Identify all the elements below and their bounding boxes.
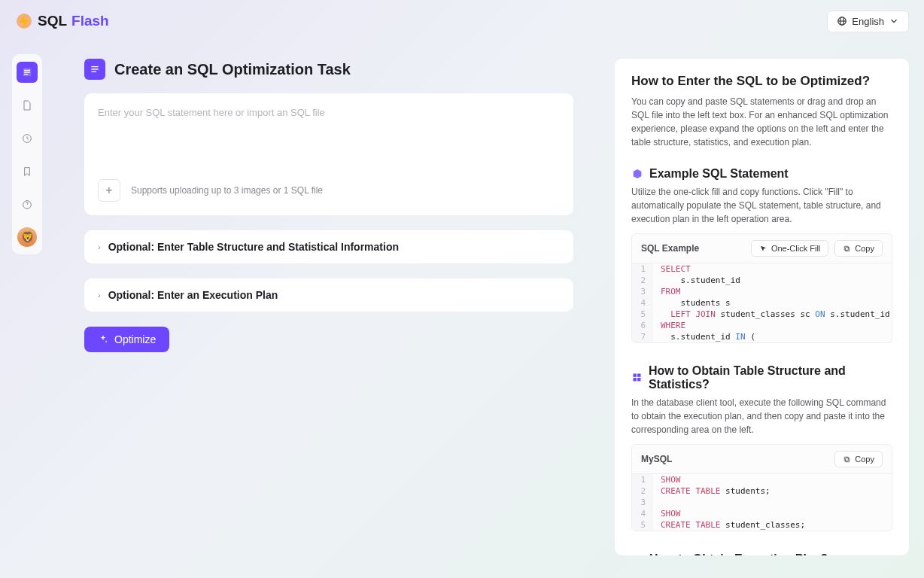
- sidebar-item-history[interactable]: [17, 128, 38, 149]
- sidebar-item-task[interactable]: [17, 62, 38, 83]
- svg-rect-10: [637, 373, 640, 376]
- globe-icon: [837, 16, 847, 26]
- sidebar-item-bookmark[interactable]: [17, 161, 38, 182]
- plus-icon: +: [105, 184, 112, 196]
- grid-icon: [631, 372, 643, 384]
- sql-textarea[interactable]: [98, 107, 560, 170]
- language-label: English: [852, 16, 884, 27]
- code-block-label: MySQL: [641, 454, 672, 464]
- help-icon: [21, 199, 33, 211]
- content: Create an SQL Optimization Task + Suppor…: [84, 59, 909, 578]
- upload-hint: Supports uploading up to 3 images or 1 S…: [131, 185, 323, 196]
- collapsible-table-structure[interactable]: › Optional: Enter Table Structure and St…: [84, 230, 573, 263]
- copy-icon: [843, 245, 851, 253]
- code-block-label: SQL Example: [641, 243, 699, 254]
- optimize-button[interactable]: Optimize: [84, 327, 169, 352]
- help-section-table-structure-desc: In the database client tool, execute the…: [631, 396, 892, 437]
- help-section-example-sql-title: Example SQL Statement: [631, 167, 892, 181]
- left-column: Create an SQL Optimization Task + Suppor…: [84, 59, 573, 578]
- code-block-mysql: MySQL Copy 1SHOW2CREATE TABLE students;3…: [631, 444, 892, 531]
- svg-rect-13: [846, 458, 850, 461]
- svg-rect-11: [633, 378, 636, 381]
- sidebar: 🦁: [12, 54, 42, 254]
- history-icon: [21, 132, 33, 144]
- chevron-down-icon: [889, 16, 899, 26]
- page-title-row: Create an SQL Optimization Task: [84, 59, 573, 80]
- chevron-right-icon: ›: [98, 291, 101, 300]
- sidebar-item-help[interactable]: [17, 194, 38, 215]
- collapsible-label: Optional: Enter an Execution Plan: [108, 289, 278, 301]
- avatar[interactable]: 🦁: [17, 227, 37, 247]
- help-section-table-structure-title: How to Obtain Table Structure and Statis…: [631, 364, 892, 391]
- help-section-example-sql-desc: Utilize the one-click fill and copy func…: [631, 185, 892, 226]
- collapsible-execution-plan[interactable]: › Optional: Enter an Execution Plan: [84, 278, 573, 312]
- copy-button[interactable]: Copy: [834, 240, 883, 257]
- bookmark-icon: [21, 166, 33, 178]
- logo-text-sql: SQL: [38, 13, 67, 29]
- file-icon: [21, 99, 33, 111]
- code-body: 1SELECT2 s.student_id3FROM4 students s5 …: [632, 263, 892, 342]
- svg-rect-14: [845, 457, 849, 461]
- code-body: 1SHOW2CREATE TABLE students;34SHOW5CREAT…: [632, 474, 892, 531]
- svg-rect-12: [637, 378, 640, 381]
- sidebar-item-file[interactable]: [17, 95, 38, 116]
- logo-text-flash: Flash: [71, 13, 109, 29]
- help-heading: How to Enter the SQL to be Optimized?: [631, 74, 892, 89]
- svg-rect-7: [846, 247, 850, 251]
- optimize-label: Optimize: [114, 333, 156, 345]
- help-intro: You can copy and paste SQL statements or…: [631, 95, 892, 149]
- copy-icon: [843, 455, 851, 464]
- logo-icon: [15, 12, 33, 30]
- sql-input-card: + Supports uploading up to 3 images or 1…: [84, 93, 573, 215]
- cursor-icon: [759, 245, 767, 253]
- sparkle-icon: [98, 334, 108, 345]
- task-icon: [21, 66, 33, 78]
- code-block-sql-example: SQL Example One-Click Fill Copy 1SELECT2…: [631, 233, 892, 343]
- one-click-fill-button[interactable]: One-Click Fill: [751, 240, 828, 257]
- language-switcher[interactable]: English: [827, 11, 909, 32]
- upload-row: + Supports uploading up to 3 images or 1…: [98, 179, 560, 202]
- help-section-execution-plan-title: How to Obtain Execution Plan?: [631, 552, 892, 555]
- chevron-right-icon: ›: [98, 242, 101, 251]
- collapsible-label: Optional: Enter Table Structure and Stat…: [108, 241, 399, 253]
- copy-button[interactable]: Copy: [834, 451, 883, 467]
- page-title: Create an SQL Optimization Task: [114, 61, 351, 78]
- cube-icon: [631, 168, 643, 180]
- upload-button[interactable]: +: [98, 179, 120, 202]
- help-panel: How to Enter the SQL to be Optimized? Yo…: [615, 59, 909, 555]
- svg-rect-9: [633, 373, 636, 376]
- logo[interactable]: SQLFlash: [15, 12, 109, 30]
- title-icon: [84, 59, 105, 80]
- send-icon: [631, 553, 643, 555]
- header: SQLFlash English: [0, 0, 924, 42]
- svg-rect-8: [845, 246, 849, 250]
